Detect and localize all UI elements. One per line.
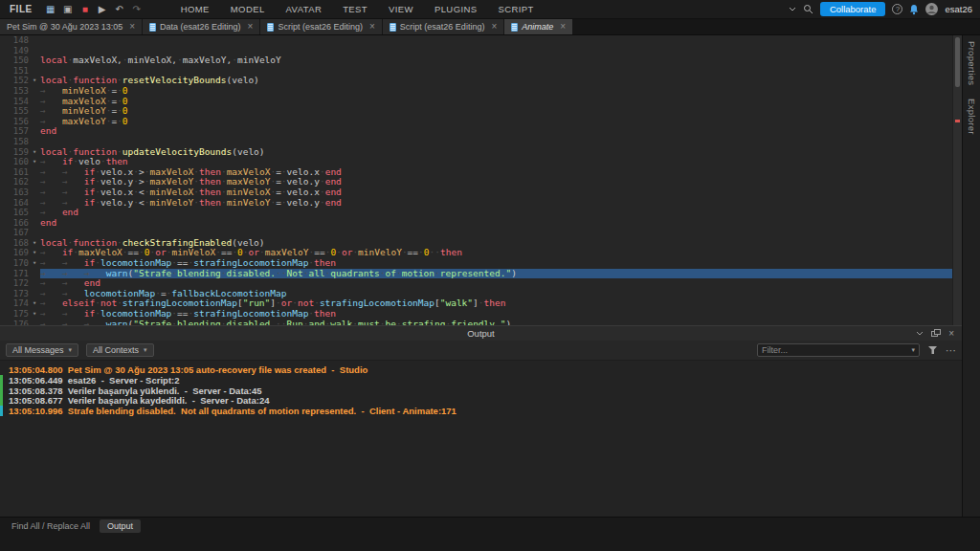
fold-spacer: [29, 269, 40, 279]
panel-close-icon[interactable]: ×: [948, 328, 954, 339]
code-text: end: [40, 218, 952, 229]
scrollbar-error-marker: [955, 120, 960, 122]
document-tab-4[interactable]: Script (esat26 Editing)×: [383, 19, 504, 34]
line-number: 158: [0, 137, 29, 147]
output-message[interactable]: 13:05:06.449 esat26 - Server - Script:2: [0, 375, 962, 386]
search-icon[interactable]: [803, 4, 813, 14]
notifications-icon[interactable]: [909, 4, 919, 15]
code-line-150[interactable]: 150local·maxVeloX,·minVeloX,·maxVeloY,·m…: [0, 55, 952, 66]
close-icon[interactable]: ×: [560, 22, 566, 32]
code-line-155[interactable]: 155→ minVeloY·=·0: [0, 106, 952, 117]
more-options-icon[interactable]: ⋯: [946, 344, 956, 357]
avatar[interactable]: [925, 3, 938, 15]
code-text: → minVeloX·=·0: [40, 86, 952, 97]
code-line-154[interactable]: 154→ maxVeloX·=·0: [0, 97, 952, 107]
output-message[interactable]: 13:05:10.996 Strafe blending disabled. N…: [0, 406, 962, 416]
insert-icon[interactable]: ▦: [44, 0, 57, 19]
messages-filter-dropdown[interactable]: All Messages ▾: [6, 343, 78, 357]
menu-test[interactable]: TEST: [332, 0, 378, 19]
line-number: 155: [0, 106, 29, 117]
scrollbar-thumb[interactable]: [955, 37, 960, 87]
redo-icon[interactable]: ↷: [130, 0, 144, 19]
collaborate-button[interactable]: Collaborate: [820, 2, 886, 16]
document-tab-3[interactable]: Script (esat26 Editing)×: [260, 19, 382, 34]
close-icon[interactable]: ×: [369, 22, 375, 32]
file-menu[interactable]: FILE: [0, 0, 42, 18]
code-text: local·function·resetVelocityBounds(velo): [40, 76, 952, 86]
code-text: → minVeloY·=·0: [40, 106, 952, 117]
code-line-171[interactable]: 171→ → → warn("Strafe·blending·disabled.…: [0, 269, 952, 279]
panel-collapse-icon[interactable]: [916, 331, 924, 336]
menu-view[interactable]: VIEW: [378, 0, 424, 19]
menu-tabs: HOMEMODELAVATARTESTVIEWPLUGINSSCRIPT: [170, 0, 545, 19]
output-header-icons: ×: [916, 328, 962, 339]
dock-tab-output[interactable]: Output: [100, 519, 141, 533]
code-line-165[interactable]: 165→ end: [0, 208, 952, 218]
fold-arrow-icon[interactable]: ▾: [29, 147, 40, 158]
tab-label: Pet Sim @ 30 Ağu 2023 13:05: [7, 22, 122, 32]
code-lines: 148149150local·maxVeloX,·minVeloX,·maxVe…: [0, 35, 952, 325]
close-icon[interactable]: ×: [491, 22, 497, 32]
code-editor[interactable]: 148149150local·maxVeloX,·minVeloX,·maxVe…: [0, 35, 962, 325]
menu-plugins[interactable]: PLUGINS: [424, 0, 488, 19]
code-line-156[interactable]: 156→ maxVeloY·=·0: [0, 117, 952, 127]
panel-float-icon[interactable]: [931, 329, 941, 338]
code-text: → end: [40, 208, 952, 218]
code-line-157[interactable]: 157end: [0, 126, 952, 137]
code-line-148[interactable]: 148: [0, 35, 952, 46]
help-icon[interactable]: ?: [892, 4, 902, 14]
tab-label: Animate: [522, 22, 553, 32]
menu-script[interactable]: SCRIPT: [487, 0, 544, 19]
main-column: 148149150local·maxVeloX,·minVeloX,·maxVe…: [0, 35, 962, 517]
close-icon[interactable]: ×: [129, 22, 135, 32]
close-icon[interactable]: ×: [248, 22, 254, 32]
editor-scrollbar[interactable]: [952, 35, 962, 325]
fold-arrow-icon[interactable]: ▾: [29, 248, 40, 258]
save-icon[interactable]: ▣: [61, 0, 75, 19]
username[interactable]: esat26: [945, 4, 972, 14]
chevron-down-icon: ▾: [144, 346, 147, 354]
menu-avatar[interactable]: AVATAR: [276, 0, 333, 19]
document-tab-2[interactable]: Data (esat26 Editing)×: [143, 19, 260, 34]
line-number: 169: [0, 248, 29, 258]
play-icon[interactable]: ▶: [96, 0, 109, 19]
fold-arrow-icon[interactable]: ▾: [29, 238, 40, 249]
code-line-152[interactable]: 152▾local·function·resetVelocityBounds(v…: [0, 76, 952, 86]
output-message[interactable]: 13:05:08.378 Veriler başarıyla yüklendi.…: [0, 386, 962, 396]
line-number: 154: [0, 97, 29, 107]
output-message[interactable]: 13:05:04.800 Pet Sim @ 30 Ağu 2023 13:05…: [0, 364, 962, 375]
document-tab-5[interactable]: Animate×: [504, 19, 573, 34]
fold-arrow-icon[interactable]: ▾: [29, 309, 40, 320]
code-line-166[interactable]: 166end: [0, 218, 952, 229]
panel-tab-explorer[interactable]: Explorer: [967, 99, 977, 135]
line-number: 160: [0, 157, 29, 167]
contexts-filter-dropdown[interactable]: All Contexts ▾: [86, 343, 154, 357]
document-tab-1[interactable]: Pet Sim @ 30 Ağu 2023 13:05×: [0, 19, 143, 34]
menu-home[interactable]: HOME: [170, 0, 220, 19]
line-number: 167: [0, 228, 29, 238]
line-number: 159: [0, 147, 29, 158]
fold-arrow-icon[interactable]: ▾: [29, 298, 40, 309]
stop-icon[interactable]: ■: [78, 0, 92, 19]
output-panel-header[interactable]: Output ×: [0, 326, 962, 341]
code-line-159[interactable]: 159▾local·function·updateVelocityBounds(…: [0, 147, 952, 158]
filter-input[interactable]: Filter... ▾: [757, 343, 920, 357]
fold-arrow-icon[interactable]: ▾: [29, 258, 40, 269]
output-toolbar: All Messages ▾ All Contexts ▾ Filter... …: [0, 341, 962, 361]
fold-arrow-icon[interactable]: ▾: [29, 76, 40, 86]
panel-tab-properties[interactable]: Properties: [967, 41, 977, 85]
fold-arrow-icon[interactable]: ▾: [29, 157, 40, 167]
fold-spacer: [29, 177, 40, 187]
line-number: 173: [0, 289, 29, 299]
roblox-studio-window: FILE ▦▣■▶↶↷ HOMEMODELAVATARTESTVIEWPLUGI…: [0, 0, 980, 551]
chevron-down-icon[interactable]: [789, 7, 796, 11]
bottom-dock-bar: Find All / Replace AllOutput: [0, 517, 980, 551]
dock-tab-find-all-replace-all[interactable]: Find All / Replace All: [4, 519, 98, 533]
filter-funnel-icon[interactable]: [927, 345, 938, 355]
code-line-164[interactable]: 164→ → if·velo.y·<·minVeloY·then·minVelo…: [0, 198, 952, 209]
undo-icon[interactable]: ↶: [113, 0, 126, 19]
menu-model[interactable]: MODEL: [220, 0, 276, 19]
output-message[interactable]: 13:05:08.677 Veriler başarıyla kaydedild…: [0, 395, 962, 406]
fold-spacer: [29, 137, 40, 147]
code-line-153[interactable]: 153→ minVeloX·=·0: [0, 86, 952, 97]
